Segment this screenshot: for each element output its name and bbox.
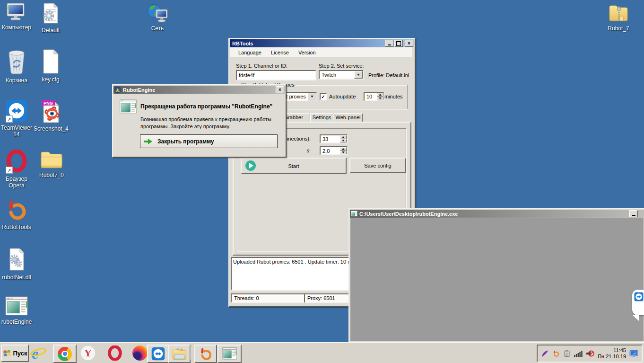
- menu-version[interactable]: Version: [294, 49, 321, 56]
- desktop-icon-default[interactable]: Default: [33, 3, 68, 34]
- signal-bars-icon[interactable]: [574, 350, 583, 357]
- display-tray-icon[interactable]: [629, 350, 638, 358]
- opera-icon: ↗: [5, 150, 28, 174]
- desktop-icon-opera[interactable]: ↗ Браузер Opera: [0, 150, 33, 189]
- taskbar: Пуск e Y 11:45 Пн 2: [0, 342, 644, 363]
- internet-explorer-icon[interactable]: e: [30, 345, 46, 363]
- muted-speaker-icon[interactable]: [586, 350, 594, 357]
- spin-down-button[interactable]: [340, 151, 347, 155]
- dialog-titlebar[interactable]: RubotEngine ×: [113, 86, 285, 94]
- taskbar-separator: [192, 345, 193, 360]
- spin-down-button[interactable]: [377, 97, 383, 100]
- close-button[interactable]: ×: [276, 86, 284, 93]
- desktop-icon-computer[interactable]: Компьютер: [0, 3, 34, 31]
- png-image-icon: PNG: [40, 99, 62, 124]
- tab-webpanel[interactable]: Web-panel: [333, 113, 363, 122]
- taskbar-explorer-button[interactable]: [168, 345, 191, 363]
- teamviewer-chat-bubble[interactable]: [632, 290, 644, 315]
- teamviewer-icon: [634, 292, 644, 301]
- desktop-icon-recycle-bin[interactable]: Корзина: [0, 49, 34, 84]
- window-title: RBTools: [232, 41, 253, 46]
- recycle-bin-icon: [6, 49, 27, 76]
- desktop-icon-rubotnet-dll[interactable]: rubotNet.dll: [0, 248, 36, 281]
- taskbar-rubotengine-button[interactable]: [218, 345, 242, 363]
- start-button[interactable]: Пуск: [1, 345, 29, 362]
- desktop-icon-label: Default: [42, 27, 60, 34]
- service-value: Twitch: [322, 72, 336, 78]
- start-button[interactable]: Start: [241, 158, 347, 174]
- firefox-icon[interactable]: [132, 345, 148, 361]
- console-body[interactable]: [350, 218, 644, 341]
- connections-spinner[interactable]: 33: [320, 134, 348, 143]
- desktop-icon-rubotengine[interactable]: rubotEngine: [0, 296, 36, 325]
- windows-logo-icon: [3, 349, 11, 358]
- svg-text:PNG: PNG: [44, 101, 53, 106]
- rubottools-tray-icon[interactable]: [552, 350, 560, 357]
- menu-language[interactable]: Language: [234, 49, 266, 56]
- minimize-button[interactable]: [385, 40, 393, 47]
- step2-label: Step 2. Set service:: [319, 63, 364, 69]
- menu-license[interactable]: License: [266, 49, 294, 56]
- app-window-icon: [5, 296, 28, 317]
- clock-time: 11:45: [598, 347, 626, 354]
- taskbar-teamviewer-button[interactable]: [147, 345, 169, 363]
- bubble-tail: [632, 315, 639, 321]
- spin-up-button[interactable]: [340, 147, 347, 151]
- console-icon: [351, 211, 357, 217]
- dll-document-icon: [6, 248, 27, 273]
- service-combobox[interactable]: Twitch: [319, 70, 364, 80]
- dialog-title: RubotEngine: [123, 87, 155, 93]
- close-program-button[interactable]: Закрыть программу: [140, 134, 278, 148]
- minimize-button[interactable]: [629, 210, 638, 217]
- opera-icon[interactable]: [107, 345, 122, 362]
- teamviewer-icon: [151, 347, 165, 361]
- delay-spinner[interactable]: 2,0: [320, 146, 348, 155]
- taskbar-separator: [190, 345, 191, 360]
- status-threads-panel: Threads: 0: [231, 293, 307, 303]
- spin-up-button[interactable]: [340, 135, 347, 139]
- minutes-label: minutes: [384, 94, 403, 99]
- dialog-message-line2: программы. Закройте эту программу.: [140, 124, 230, 129]
- shortcut-arrow-icon: ↗: [6, 167, 13, 174]
- network-globe-icon: [147, 3, 168, 24]
- clipboard-tray-icon[interactable]: [563, 350, 571, 357]
- desktop-icon-label: Компьютер: [2, 24, 31, 31]
- autoupdate-checkbox[interactable]: ✓: [320, 93, 327, 100]
- dropdown-arrow-icon[interactable]: [308, 93, 316, 100]
- explorer-folder-icon: [172, 347, 187, 361]
- close-program-label: Закрыть программу: [157, 138, 214, 145]
- feather-tray-icon[interactable]: [541, 350, 549, 357]
- desktop-icon-screenshot4[interactable]: PNG Screenshot_4: [28, 99, 74, 132]
- green-arrow-icon: [144, 139, 152, 144]
- desktop-icon-keycfg[interactable]: key.cfg: [33, 49, 68, 83]
- dropdown-arrow-icon[interactable]: [354, 71, 363, 79]
- save-config-button[interactable]: Save config: [349, 158, 406, 173]
- delay-value: 2,0: [322, 148, 330, 154]
- maximize-button[interactable]: [394, 40, 403, 47]
- desktop-icon-rubot7-zip[interactable]: Rubot_7: [601, 3, 636, 32]
- tab-settings[interactable]: Settings: [310, 113, 333, 122]
- desktop-icon-rubottools[interactable]: RuBotTools: [0, 198, 36, 230]
- console-titlebar[interactable]: C:\Users\User\Desktop\rubotEngine.exe: [350, 210, 644, 218]
- rbtools-titlebar[interactable]: RBTools ×: [230, 39, 414, 47]
- start-button-label: Start: [288, 163, 299, 169]
- status-threads: Threads: 0: [234, 295, 259, 301]
- yandex-browser-icon[interactable]: Y: [80, 345, 96, 361]
- desktop-icon-label: key.cfg: [42, 76, 59, 83]
- taskbar-rubottools-button[interactable]: [194, 345, 217, 363]
- spin-down-button[interactable]: [340, 139, 347, 143]
- document-icon: [40, 49, 61, 75]
- channel-input[interactable]: [236, 70, 316, 80]
- close-button[interactable]: ×: [405, 40, 413, 47]
- taskbar-chrome-button[interactable]: [53, 345, 77, 363]
- spin-up-button[interactable]: [377, 93, 383, 97]
- zipped-folder-icon: [608, 3, 629, 24]
- tray-clock: 11:45 Пн 21.10.19: [598, 347, 626, 360]
- save-config-label: Save config: [364, 163, 391, 168]
- desktop-icon-network[interactable]: Сеть: [140, 3, 175, 32]
- rbtools-menubar: Language License Version: [230, 47, 412, 57]
- log-line: Uploaded Rubot proxies: 6501 . Update ti…: [233, 259, 352, 265]
- system-tray: 11:45 Пн 21.10.19: [537, 345, 643, 363]
- desktop-icon-rubot7-folder[interactable]: Rubot7_0: [34, 150, 69, 178]
- interval-spinner[interactable]: 10: [364, 92, 384, 101]
